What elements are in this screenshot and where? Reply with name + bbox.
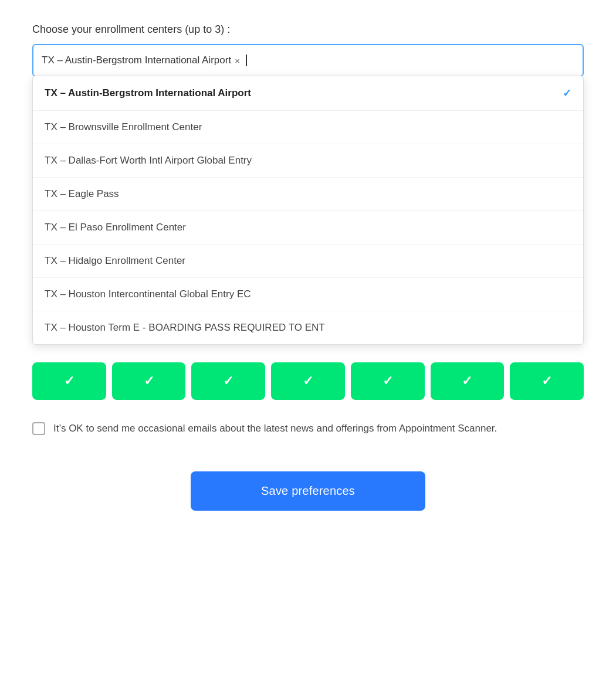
green-checkmark-icon: ✓	[303, 373, 313, 389]
green-checkmark-icon: ✓	[223, 373, 233, 389]
search-input-box[interactable]: TX – Austin-Bergstrom International Airp…	[32, 44, 584, 77]
dropdown-item[interactable]: TX – Austin-Bergstrom International Airp…	[33, 76, 583, 111]
green-buttons-row: ✓✓✓✓✓✓✓	[32, 362, 584, 400]
green-checkmark-icon: ✓	[541, 373, 552, 389]
green-checkmark-icon: ✓	[144, 373, 154, 389]
green-check-button[interactable]: ✓	[32, 362, 106, 400]
green-check-button[interactable]: ✓	[112, 362, 186, 400]
enrollment-label: Choose your enrollment centers (up to 3)…	[32, 23, 584, 36]
email-opt-in-checkbox[interactable]	[32, 422, 45, 435]
dropdown-item[interactable]: TX – El Paso Enrollment Center	[33, 211, 583, 244]
dropdown-list: TX – Austin-Bergstrom International Airp…	[32, 76, 584, 345]
dropdown-item[interactable]: TX – Houston Intercontinental Global Ent…	[33, 278, 583, 311]
dropdown-item[interactable]: TX – Dallas-Fort Worth Intl Airport Glob…	[33, 144, 583, 178]
tag-text: TX – Austin-Bergstrom International Airp…	[42, 55, 231, 66]
checkmark-icon: ✓	[563, 87, 571, 100]
checkbox-row: It’s OK to send me occasional emails abo…	[32, 421, 584, 436]
dropdown-item[interactable]: TX – Brownsville Enrollment Center	[33, 111, 583, 144]
green-check-button[interactable]: ✓	[191, 362, 265, 400]
green-checkmark-icon: ✓	[462, 373, 472, 389]
selected-tag: TX – Austin-Bergstrom International Airp…	[42, 55, 240, 66]
dropdown-item[interactable]: TX – Hidalgo Enrollment Center	[33, 244, 583, 278]
tag-remove-button[interactable]: ×	[235, 56, 240, 65]
save-preferences-button[interactable]: Save preferences	[191, 471, 425, 511]
green-checkmark-icon: ✓	[64, 373, 75, 389]
enrollment-search-container: TX – Austin-Bergstrom International Airp…	[32, 44, 584, 345]
green-check-button[interactable]: ✓	[271, 362, 345, 400]
save-btn-container: Save preferences	[32, 471, 584, 511]
green-check-button[interactable]: ✓	[431, 362, 505, 400]
green-check-button[interactable]: ✓	[510, 362, 584, 400]
text-cursor	[246, 55, 247, 66]
email-opt-in-label: It’s OK to send me occasional emails abo…	[53, 421, 497, 436]
dropdown-item[interactable]: TX – Eagle Pass	[33, 178, 583, 211]
green-checkmark-icon: ✓	[383, 373, 393, 389]
dropdown-item[interactable]: TX – Houston Term E - BOARDING PASS REQU…	[33, 311, 583, 344]
green-check-button[interactable]: ✓	[351, 362, 425, 400]
